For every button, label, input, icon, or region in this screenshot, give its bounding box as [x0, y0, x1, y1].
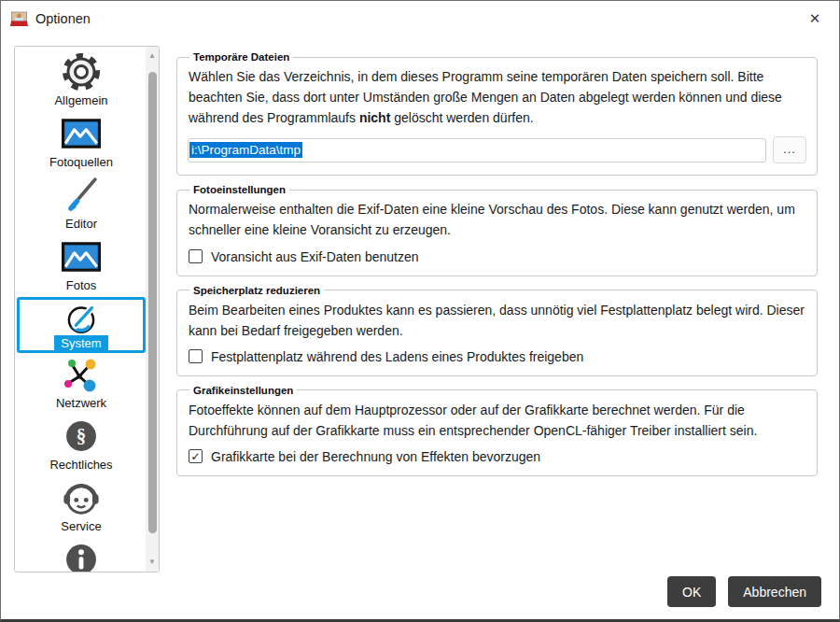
app-icon	[10, 11, 28, 27]
group-description: Beim Bearbeiten eines Produktes kann es …	[189, 300, 805, 341]
group-description: Wählen Sie das Verzeichnis, in dem diese…	[189, 66, 805, 128]
browse-button[interactable]: ...	[773, 136, 806, 163]
ok-button[interactable]: OK	[667, 576, 716, 607]
group-temporary-files: Temporäre Dateien Wählen Sie das Verzeic…	[176, 51, 818, 176]
photo-icon	[62, 235, 101, 278]
scrollbar-thumb[interactable]	[148, 72, 157, 533]
sidebar-item-allgemein[interactable]: Allgemein	[17, 50, 146, 112]
temp-path-value: i:\ProgramData\tmp	[189, 142, 302, 158]
group-graphics-settings: Grafikeinstellungen Fotoeffekte können a…	[176, 385, 818, 476]
gpu-preference-checkbox-row[interactable]: ✓ Grafikkarte bei der Berechnung von Eff…	[189, 449, 805, 464]
scroll-down-icon[interactable]: ▼	[146, 555, 159, 570]
sidebar-item-service[interactable]: Service	[17, 476, 146, 538]
sidebar-item-label: Fotoquellen	[49, 155, 113, 170]
settings-panel: Temporäre Dateien Wählen Sie das Verzeic…	[176, 51, 818, 485]
group-reduce-disk-space: Speicherplatz reduzieren Beim Bearbeiten…	[176, 285, 818, 376]
paintbrush-icon	[61, 174, 102, 217]
checkbox-unchecked[interactable]	[189, 249, 203, 263]
sidebar-item-system[interactable]: System	[17, 297, 146, 353]
sidebar-item-fotoquellen[interactable]: Fotoquellen	[17, 112, 146, 174]
group-description: Normalerweise enthalten die Exif-Daten e…	[189, 199, 805, 240]
group-title: Fotoeinstellungen	[189, 184, 289, 195]
headset-icon	[62, 476, 101, 519]
checkbox-checked[interactable]: ✓	[189, 449, 203, 463]
svg-text:§: §	[77, 425, 86, 447]
sidebar-item-editor[interactable]: Editor	[17, 174, 146, 235]
section-sign-icon: §	[63, 415, 100, 458]
gauge-icon	[64, 300, 98, 335]
temp-path-row: i:\ProgramData\tmp ...	[188, 136, 806, 163]
temp-path-input[interactable]: i:\ProgramData\tmp	[188, 138, 766, 163]
gear-icon	[61, 50, 102, 93]
sidebar-item-label: Netzwerk	[56, 396, 106, 411]
group-title: Speicherplatz reduzieren	[189, 285, 324, 296]
sidebar-item-label: Allgemein	[54, 93, 107, 108]
info-icon	[63, 538, 100, 573]
dialog-footer: OK Abbrechen	[667, 576, 821, 607]
checkbox-unchecked[interactable]	[189, 349, 203, 363]
free-disk-space-checkbox-row[interactable]: Festplattenplatz während des Ladens eine…	[189, 349, 805, 364]
sidebar-item-netzwerk[interactable]: Netzwerk	[17, 353, 146, 415]
network-icon	[61, 353, 102, 396]
checkbox-label[interactable]: Voransicht aus Exif-Daten benutzen	[211, 249, 419, 264]
cancel-button[interactable]: Abbrechen	[728, 576, 821, 607]
sidebar-item-fotos[interactable]: Fotos	[17, 235, 146, 297]
checkbox-label[interactable]: Grafikkarte bei der Berechnung von Effek…	[211, 449, 540, 464]
close-icon[interactable]: ✕	[804, 7, 826, 30]
sidebar-item-label: Rechtliches	[49, 458, 112, 473]
sidebar-item-label: System	[54, 335, 107, 352]
window-title: Optionen	[35, 11, 91, 26]
group-title: Temporäre Dateien	[189, 51, 293, 63]
sidebar-scrollbar: ▲ ▼	[146, 47, 159, 572]
sidebar-item-label: Editor	[65, 217, 97, 232]
group-photo-settings: Fotoeinstellungen Normalerweise enthalte…	[176, 184, 818, 276]
sidebar: Allgemein Fotoquellen	[14, 46, 160, 573]
sidebar-item-rechtliches[interactable]: § Rechtliches	[17, 415, 146, 476]
photo-icon	[62, 112, 101, 155]
checkbox-label[interactable]: Festplattenplatz während des Ladens eine…	[211, 349, 583, 364]
sidebar-nav: Allgemein Fotoquellen	[16, 50, 147, 573]
options-dialog: Optionen ✕ Allgemein	[0, 0, 840, 622]
sidebar-item-info[interactable]	[17, 538, 146, 573]
group-title: Grafikeinstellungen	[189, 385, 297, 396]
sidebar-item-label: Service	[61, 519, 101, 534]
scroll-up-icon[interactable]: ▲	[146, 49, 159, 64]
sidebar-item-label: Fotos	[66, 278, 97, 293]
titlebar: Optionen ✕	[1, 1, 839, 36]
group-description: Fotoeffekte können auf dem Hauptprozesso…	[189, 400, 805, 441]
exif-preview-checkbox-row[interactable]: Voransicht aus Exif-Daten benutzen	[189, 249, 805, 264]
